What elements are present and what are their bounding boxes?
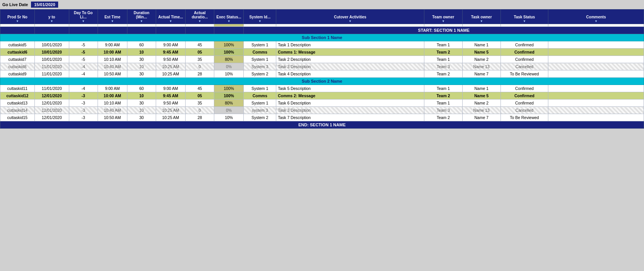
cell-taskowner: Name 2 <box>462 100 501 107</box>
cell-taskowner: Name 2 <box>462 56 501 63</box>
cell-yto: 12/01/2020 <box>34 114 69 121</box>
cell-sysid: System 1 <box>244 41 276 49</box>
cell-teamowner: Team 3 <box>424 63 462 70</box>
cell-taskowner: Name 1 <box>462 41 501 49</box>
cell-execstatus: 0% <box>214 107 243 114</box>
cell-teamowner: Team 2 <box>424 70 462 78</box>
cell-taskstatus: Confirmed <box>501 41 548 49</box>
cell-actualtime: 10:25 AM <box>156 107 185 114</box>
main-table-wrapper: Prod Sr No ▼ y to ▼ Day To Go Li... ▼ <box>0 9 644 129</box>
cell-prod: cuttaskid12 <box>0 92 35 100</box>
section-header-empty-cell <box>156 27 185 34</box>
cell-esttime: 10:50 AM <box>98 70 127 78</box>
cell-sysid: System 1 <box>244 56 276 63</box>
cell-execstatus: 80% <box>214 56 243 63</box>
cell-comments <box>548 114 644 121</box>
pre-section-row <box>0 24 644 27</box>
cell-yto: 10/01/2020 <box>34 49 69 56</box>
cell-duration: 60 <box>127 41 156 49</box>
cell-actualtime: 10:25 AM <box>156 63 185 70</box>
cell-prod: cuttaskid5 <box>0 41 35 49</box>
cell-esttime: 10:00 AM <box>98 49 127 56</box>
cell-actualdur: 28 <box>186 70 214 78</box>
cell-taskstatus: To Be Reviewed <box>501 70 548 78</box>
cell-teamowner: Team 1 <box>424 56 462 63</box>
cell-comments <box>548 49 644 56</box>
cell-actualtime: 9:00 AM <box>156 85 185 92</box>
col-daytogo: Day To Go Li... ▼ <box>69 10 98 24</box>
table-row: cuttaskid1111/01/2020-49:00 AM609:00 AM4… <box>0 85 644 92</box>
cell-sysid: Comms <box>244 92 276 100</box>
cell-sysid: System 2 <box>244 114 276 121</box>
cell-execstatus: 10% <box>214 70 243 78</box>
cell-yto: 12/01/2020 <box>34 92 69 100</box>
cell-execstatus: 100% <box>214 49 243 56</box>
cell-actualdur: 35 <box>186 56 214 63</box>
cell-taskowner: Name 13 <box>462 63 501 70</box>
cell-taskowner: Name 1 <box>462 85 501 92</box>
cell-actualtime: 9:45 AM <box>156 92 185 100</box>
cell-comments <box>548 107 644 114</box>
go-live-label: Go Live Date <box>2 2 28 7</box>
cell-teamowner: Team 1 <box>424 85 462 92</box>
cell-sysid: system 3 <box>244 107 276 114</box>
header-row: Prod Sr No ▼ y to ▼ Day To Go Li... ▼ <box>0 10 644 24</box>
cell-teamowner: Team 1 <box>424 41 462 49</box>
end-section-row: END: SECTION 1 NAME <box>0 121 644 129</box>
cell-esttime: 10:00 AM <box>98 92 127 100</box>
table-row: cuttaskid1412/01/2020-310:40 AM1010:25 A… <box>0 107 644 114</box>
col-esttime: Est Time ▼ <box>98 10 127 24</box>
col-execstatus: Exec Status... ▼ <box>214 10 243 24</box>
cell-esttime: 10:50 AM <box>98 114 127 121</box>
cell-cutover: Task 3 Description <box>276 63 424 70</box>
cell-actualdur: 05 <box>186 92 214 100</box>
col-sysid: System Id... ▼ <box>244 10 276 24</box>
section-header-row: START: SECTION 1 NAME <box>0 27 644 34</box>
cell-comments <box>548 92 644 100</box>
table-row: cuttaskid911/01/2020-410:50 AM3010:25 AM… <box>0 70 644 78</box>
section-header-empty-cell <box>98 27 127 34</box>
cell-actualdur: 35 <box>186 100 214 107</box>
cell-prod: cuttaskid8 <box>0 63 35 70</box>
cell-actualtime: 9:00 AM <box>156 41 185 49</box>
cell-actualdur: 45 <box>186 41 214 49</box>
cell-actualtime: 10:25 AM <box>156 114 185 121</box>
table-row: cuttaskid1312/01/2020-310:10 AM309:50 AM… <box>0 100 644 107</box>
cell-esttime: 10:10 AM <box>98 56 127 63</box>
section-header-empty-cell <box>0 27 35 34</box>
cell-execstatus: 100% <box>214 41 243 49</box>
cell-yto: 10/01/2020 <box>34 41 69 49</box>
cell-duration: 30 <box>127 114 156 121</box>
cell-esttime: 10:10 AM <box>98 100 127 107</box>
cell-sysid: Comms <box>244 49 276 56</box>
cell-taskstatus: To Be Reviewed <box>501 114 548 121</box>
cell-esttime: 9:00 AM <box>98 85 127 92</box>
section-header-empty-cell <box>214 27 243 34</box>
cell-comments <box>548 100 644 107</box>
main-table: Prod Sr No ▼ y to ▼ Day To Go Li... ▼ <box>0 9 644 129</box>
table-row: cuttaskid710/01/2020-510:10 AM309:50 AM3… <box>0 56 644 63</box>
cell-teamowner: Team 2 <box>424 92 462 100</box>
cell-prod: cuttaskid15 <box>0 114 35 121</box>
cell-sysid: System 2 <box>244 70 276 78</box>
col-actualdur: Actual duratio... ▼ <box>186 10 214 24</box>
cell-sysid: System 3 <box>244 63 276 70</box>
cell-taskstatus: Confirmed <box>501 100 548 107</box>
cell-taskstatus: Confirmed <box>501 85 548 92</box>
subsection-header-label: Sub Section 2 Name <box>0 78 644 85</box>
cell-taskstatus: Confirmed <box>501 49 548 56</box>
cell-actualdur: 0 <box>186 107 214 114</box>
cell-comments <box>548 56 644 63</box>
cell-prod: cuttaskid6 <box>0 49 35 56</box>
cell-esttime: 10:40 AM <box>98 63 127 70</box>
cell-taskowner: Name 13 <box>462 107 501 114</box>
cell-teamowner: Team 3 <box>424 107 462 114</box>
subsection-header-label: Sub Section 1 Name <box>0 34 644 41</box>
subsection-header-row: Sub Section 2 Name <box>0 78 644 85</box>
col-taskstatus: Task Status ▼ <box>501 10 548 24</box>
cell-duration: 10 <box>127 107 156 114</box>
cell-duration: 10 <box>127 92 156 100</box>
cell-daytogo: -3 <box>69 100 98 107</box>
table-row: cuttaskid811/01/2020-410:40 AM1010:25 AM… <box>0 63 644 70</box>
section-header-empty-cell <box>186 27 214 34</box>
